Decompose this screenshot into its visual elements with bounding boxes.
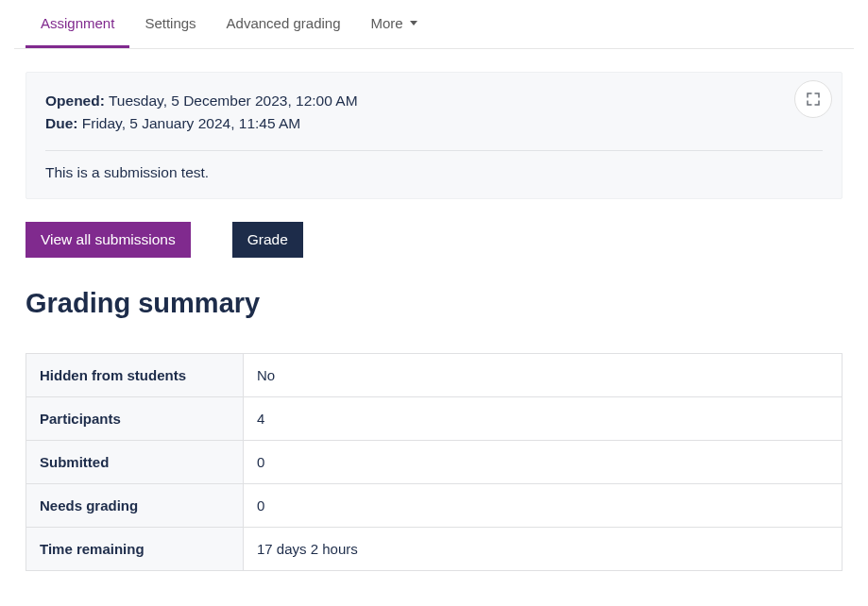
grade-button[interactable]: Grade [232,222,303,258]
chevron-down-icon [410,21,417,25]
tab-label: More [371,15,403,31]
opened-value: Tuesday, 5 December 2023, 12:00 AM [109,93,358,109]
due-value: Friday, 5 January 2024, 11:45 AM [82,115,301,131]
row-value: 0 [244,441,842,484]
row-value: 17 days 2 hours [244,528,842,571]
row-value: No [244,354,842,397]
tab-more[interactable]: More [356,0,433,48]
expand-button[interactable] [794,80,832,118]
opened-line: Opened: Tuesday, 5 December 2023, 12:00 … [45,90,823,112]
row-label: Hidden from students [26,354,244,397]
table-row: Hidden from students No [26,354,842,397]
action-buttons: View all submissions Grade [26,222,842,258]
expand-icon [805,91,822,108]
grading-summary-heading: Grading summary [26,288,842,319]
view-all-submissions-button[interactable]: View all submissions [26,222,191,258]
due-line: Due: Friday, 5 January 2024, 11:45 AM [45,112,823,135]
tab-bar: Assignment Settings Advanced grading Mor… [14,0,854,49]
tab-label: Settings [145,15,196,31]
button-label: View all submissions [41,231,176,247]
due-label: Due: [45,115,77,131]
row-label: Needs grading [26,484,244,528]
tab-assignment[interactable]: Assignment [26,0,129,48]
table-row: Needs grading 0 [26,484,842,528]
button-label: Grade [247,231,288,247]
table-row: Submitted 0 [26,441,842,484]
table-row: Time remaining 17 days 2 hours [26,528,842,571]
row-value: 0 [244,484,842,528]
row-label: Submitted [26,441,244,484]
table-row: Participants 4 [26,397,842,441]
row-label: Time remaining [26,528,244,571]
info-divider [45,150,823,151]
grading-summary-table: Hidden from students No Participants 4 S… [26,353,842,571]
row-label: Participants [26,397,244,441]
tab-advanced-grading[interactable]: Advanced grading [212,0,356,48]
tab-label: Advanced grading [227,15,341,31]
row-value: 4 [244,397,842,441]
assignment-description: This is a submission test. [45,164,823,181]
assignment-info-panel: Opened: Tuesday, 5 December 2023, 12:00 … [26,72,842,199]
tab-settings[interactable]: Settings [129,0,211,48]
opened-label: Opened: [45,93,105,109]
summary-tbody: Hidden from students No Participants 4 S… [26,354,842,571]
tab-label: Assignment [41,15,114,31]
